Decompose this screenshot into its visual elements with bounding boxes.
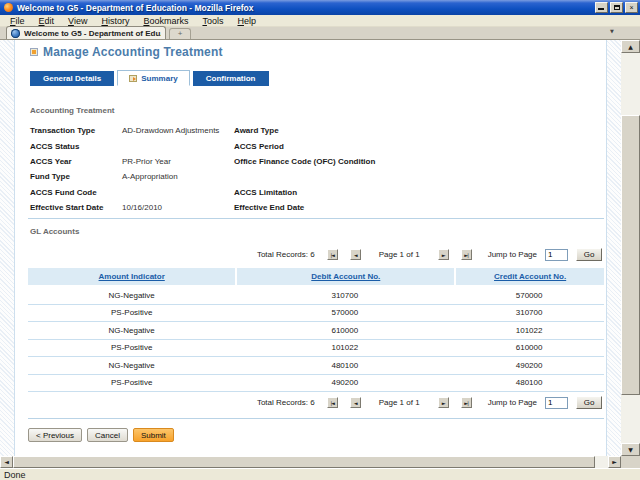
menu-item-bookmarks[interactable]: Bookmarks (137, 16, 194, 26)
first-page-button[interactable]: |◄ (327, 397, 338, 408)
jump-to-page-label: Jump to Page (488, 250, 537, 259)
close-button[interactable]: × (625, 2, 638, 13)
jump-to-page-input[interactable] (545, 249, 568, 261)
right-margin-stripes (606, 40, 621, 456)
field-label-ofc-condition: Office Finance Code (OFC) Condition (234, 157, 444, 166)
page-title-bullet-icon (30, 48, 38, 56)
section-heading-gl-accounts: GL Accounts (30, 227, 79, 236)
page-status-label: Page 1 of 1 (379, 250, 420, 259)
vertical-scrollbar[interactable]: ▲ ▼ (621, 40, 640, 456)
table-cell: NG-Negative (28, 322, 235, 339)
table-header-row: Amount Indicator Debit Account No. Credi… (28, 268, 604, 285)
next-page-button[interactable]: ► (438, 249, 449, 260)
jump-to-page-input[interactable] (545, 397, 568, 409)
field-value-accs-year: PR-Prior Year (122, 157, 234, 166)
accounting-treatment-fields: Transaction Type AD-Drawdown Adjustments… (30, 123, 604, 215)
tab-summary[interactable]: Summary (117, 70, 189, 86)
status-text: Done (0, 470, 26, 480)
table-row: NG-Negative 480100 490200 (28, 357, 604, 375)
horizontal-scroll-thumb[interactable] (13, 456, 595, 468)
new-tab-button[interactable]: + (169, 28, 191, 39)
menu-item-view[interactable]: View (62, 16, 93, 26)
firefox-icon (4, 3, 13, 12)
table-cell: 570000 (235, 305, 454, 322)
total-records-label: Total Records: 6 (257, 398, 315, 407)
actions-divider (28, 418, 604, 419)
pagination-top: Total Records: 6 |◄ ◄ Page 1 of 1 ► ►| J… (257, 248, 602, 261)
gl-accounts-table: Amount Indicator Debit Account No. Credi… (28, 268, 604, 392)
tab-summary-label: Summary (141, 74, 177, 83)
action-buttons: < Previous Cancel Submit (28, 428, 174, 442)
menu-item-file[interactable]: File (4, 16, 31, 26)
tab-confirmation[interactable]: Confirmation (193, 71, 269, 86)
table-cell: 490200 (454, 357, 604, 374)
table-cell: 310700 (454, 305, 604, 322)
table-cell: PS-Positive (28, 375, 235, 392)
table-cell: PS-Positive (28, 340, 235, 357)
go-button[interactable]: Go (576, 248, 602, 261)
table-row: PS-Positive 570000 310700 (28, 305, 604, 323)
field-label-transaction-type: Transaction Type (30, 126, 122, 135)
table-cell: 480100 (454, 375, 604, 392)
total-records-label: Total Records: 6 (257, 250, 315, 259)
vertical-scroll-thumb[interactable] (621, 115, 640, 395)
section-divider (28, 218, 604, 219)
minimize-button[interactable] (595, 2, 608, 13)
minimize-icon (598, 8, 604, 10)
browser-tabstrip: Welcome to G5 - Department of Edu... + ▼ (0, 27, 640, 40)
column-header-amount-indicator[interactable]: Amount Indicator (28, 268, 235, 285)
section-heading-accounting-treatment: Accounting Treatment (30, 106, 114, 115)
table-row: PS-Positive 490200 480100 (28, 375, 604, 393)
previous-page-button[interactable]: ◄ (350, 249, 361, 260)
go-button[interactable]: Go (576, 396, 602, 409)
scroll-right-button[interactable]: ► (608, 456, 621, 468)
field-label-effective-start-date: Effective Start Date (30, 203, 122, 212)
field-value-effective-start-date: 10/16/2010 (122, 203, 234, 212)
menu-item-help[interactable]: Help (231, 16, 262, 26)
next-page-button[interactable]: ► (438, 397, 449, 408)
table-row: NG-Negative 310700 570000 (28, 287, 604, 305)
column-header-credit-account-no[interactable]: Credit Account No. (454, 268, 604, 285)
table-cell: NG-Negative (28, 357, 235, 374)
previous-button[interactable]: < Previous (28, 428, 82, 442)
table-cell: 490200 (235, 375, 454, 392)
restore-button[interactable] (610, 2, 623, 13)
field-label-accs-period: ACCS Period (234, 142, 444, 151)
column-header-debit-account-no[interactable]: Debit Account No. (235, 268, 454, 285)
table-cell: NG-Negative (28, 287, 235, 304)
jump-to-page-label: Jump to Page (488, 398, 537, 407)
last-page-button[interactable]: ►| (461, 397, 472, 408)
scroll-down-button[interactable]: ▼ (621, 443, 640, 456)
field-value-transaction-type: AD-Drawdown Adjustments (122, 126, 234, 135)
tab-general-details[interactable]: General Details (30, 71, 114, 86)
last-page-button[interactable]: ►| (461, 249, 472, 260)
menu-item-edit[interactable]: Edit (33, 16, 61, 26)
field-label-accs-fund-code: ACCS Fund Code (30, 188, 122, 197)
field-label-accs-limitation: ACCS Limitation (234, 188, 444, 197)
window-title: Welcome to G5 - Department of Education … (17, 3, 595, 13)
table-cell: 101022 (454, 322, 604, 339)
table-cell: 310700 (235, 287, 454, 304)
cancel-button[interactable]: Cancel (87, 428, 128, 442)
field-label-fund-type: Fund Type (30, 172, 122, 181)
browser-tab[interactable]: Welcome to G5 - Department of Edu... (6, 26, 166, 39)
page-status-label: Page 1 of 1 (379, 398, 420, 407)
field-label-accs-year: ACCS Year (30, 157, 122, 166)
first-page-button[interactable]: |◄ (327, 249, 338, 260)
submit-button[interactable]: Submit (133, 428, 174, 442)
pagination-bottom: Total Records: 6 |◄ ◄ Page 1 of 1 ► ►| J… (257, 396, 602, 409)
field-label-award-type: Award Type (234, 126, 444, 135)
tab-list-dropdown-icon[interactable]: ▼ (605, 27, 619, 37)
page-viewport: Manage Accounting Treatment General Deta… (0, 40, 621, 456)
menu-item-tools[interactable]: Tools (196, 16, 229, 26)
scroll-left-button[interactable]: ◄ (0, 456, 13, 468)
scroll-up-button[interactable]: ▲ (621, 40, 640, 53)
menu-item-history[interactable]: History (95, 16, 135, 26)
table-row: NG-Negative 610000 101022 (28, 322, 604, 340)
restore-icon (614, 5, 620, 10)
page-title: Manage Accounting Treatment (43, 45, 223, 59)
left-margin-stripes (0, 40, 15, 456)
horizontal-scrollbar[interactable]: ◄ ► (0, 456, 621, 468)
window-titlebar: Welcome to G5 - Department of Education … (0, 0, 640, 15)
previous-page-button[interactable]: ◄ (350, 397, 361, 408)
